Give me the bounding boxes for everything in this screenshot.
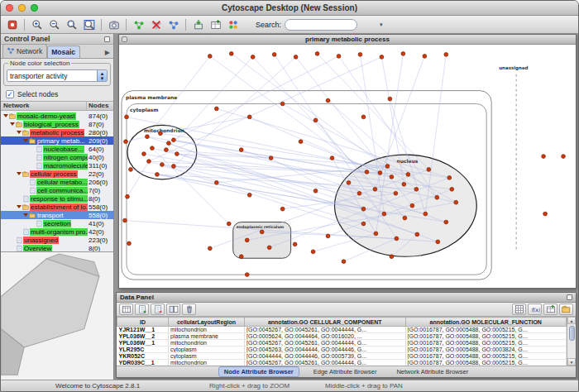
- table-vertical-scrollbar[interactable]: ▲ ▼: [567, 317, 576, 366]
- cell-value[interactable]: [GO:0045263, GO:0044444, GO:0044446, G..…: [245, 347, 406, 353]
- network-node[interactable]: [147, 160, 151, 164]
- tree-row[interactable]: primary metab...209(0): [1, 136, 113, 145]
- network-node[interactable]: [562, 155, 566, 159]
- network-node[interactable]: [374, 232, 378, 236]
- cell-value[interactable]: [GO:0045267, GO:0045261, GO:0044444, G..…: [245, 327, 406, 333]
- trash-icon[interactable]: [182, 304, 196, 315]
- network-node[interactable]: [214, 107, 218, 111]
- network-node[interactable]: [280, 207, 285, 211]
- network-edge[interactable]: [157, 174, 250, 195]
- cell-id[interactable]: YPL036W__2: [117, 333, 169, 340]
- tree-row[interactable]: cellular metabo...206(0): [1, 178, 113, 186]
- cell-id[interactable]: YPL036W__1: [117, 340, 169, 347]
- network-edge[interactable]: [217, 108, 449, 177]
- network-node[interactable]: [427, 168, 431, 172]
- network-node[interactable]: [444, 220, 448, 224]
- network-edge[interactable]: [250, 117, 380, 173]
- cell-id[interactable]: YDR039C__1: [117, 360, 169, 366]
- network-node[interactable]: [171, 138, 175, 142]
- network-node[interactable]: [165, 148, 169, 152]
- network-edge[interactable]: [127, 117, 408, 174]
- network-overview-thumbnail[interactable]: [1, 251, 113, 380]
- cell-value[interactable]: [GO:0005624, GO:0044464, GO:0016020, ...: [245, 333, 406, 340]
- network-node[interactable]: [388, 97, 392, 101]
- network-node[interactable]: [390, 255, 394, 259]
- network-edge[interactable]: [126, 136, 147, 141]
- network-node[interactable]: [311, 250, 315, 254]
- network-node[interactable]: [229, 52, 233, 56]
- search-combobox[interactable]: ▾: [285, 19, 357, 31]
- cell-value[interactable]: [GO:0016787, GO:0005488, GO:0005215, G..…: [405, 333, 567, 340]
- network-node[interactable]: [293, 242, 297, 246]
- expand-triangle-icon[interactable]: [3, 114, 8, 117]
- cell-value[interactable]: [GO:0044444, GO:0044446, GO:0005739, G..…: [245, 353, 406, 360]
- tab-node-attribute-browser[interactable]: Node Attribute Browser: [218, 366, 299, 377]
- tree-row[interactable]: cell communica...7(0): [1, 186, 113, 194]
- network-node[interactable]: [444, 53, 448, 57]
- float-panel-icon[interactable]: [104, 36, 110, 42]
- cell-value[interactable]: cytoplasm: [169, 347, 245, 353]
- network-node[interactable]: [208, 55, 212, 59]
- network-edge[interactable]: [131, 170, 363, 209]
- network-node[interactable]: [357, 191, 361, 195]
- expand-triangle-icon[interactable]: [10, 122, 15, 126]
- network-node[interactable]: [247, 193, 251, 197]
- network-node[interactable]: [280, 102, 285, 106]
- scroll-down-icon[interactable]: ▼: [567, 358, 576, 366]
- network-node[interactable]: [543, 212, 548, 216]
- table-row[interactable]: YKR052Ccytoplasm[GO:0044444, GO:0044446,…: [117, 353, 567, 360]
- network-node[interactable]: [208, 246, 212, 251]
- tree-row[interactable]: establishment of lo...558(0): [1, 203, 113, 211]
- network-node[interactable]: [313, 118, 318, 122]
- table-row[interactable]: YDR039C__1mitochondrion[GO:0045267, GO:0…: [117, 360, 567, 366]
- network-node[interactable]: [175, 152, 179, 156]
- network-node[interactable]: [171, 165, 175, 169]
- table-row[interactable]: YPL036W__1mitochondrion[GO:0045267, GO:0…: [117, 340, 567, 347]
- network-node[interactable]: [251, 55, 255, 60]
- network-window-titlebar[interactable]: primary metabolic process: [119, 35, 576, 45]
- network-edge[interactable]: [149, 57, 381, 161]
- network-node[interactable]: [380, 55, 384, 60]
- network-node[interactable]: [361, 222, 366, 226]
- folder-icon[interactable]: [559, 304, 573, 315]
- network-node[interactable]: [361, 207, 366, 211]
- network-node[interactable]: [447, 176, 452, 180]
- network-node[interactable]: [151, 146, 155, 151]
- tree-row[interactable]: unassigned223(0): [1, 236, 113, 244]
- network-node[interactable]: [337, 55, 341, 59]
- cell-value[interactable]: [GO:0045267, GO:0045261, GO:0044444, G..…: [245, 360, 406, 366]
- network-node[interactable]: [382, 212, 386, 216]
- tree-row[interactable]: multi-organism pro...42(0): [1, 227, 113, 236]
- network-node[interactable]: [454, 200, 458, 204]
- import-attributes-icon[interactable]: [543, 304, 557, 315]
- network-edge[interactable]: [174, 166, 364, 209]
- network-node[interactable]: [272, 53, 276, 57]
- select-nodes-checkbox[interactable]: ✓: [6, 90, 14, 98]
- tree-row[interactable]: cellular process22(0): [1, 170, 113, 178]
- tree-row[interactable]: metabolic process280(0): [1, 128, 113, 136]
- network-edge[interactable]: [318, 54, 429, 170]
- network-node[interactable]: [373, 187, 377, 191]
- network-node[interactable]: [414, 187, 419, 191]
- tab-network-attribute-browser[interactable]: Network Attribute Browser: [390, 366, 474, 377]
- scrollbar-thumb[interactable]: [569, 326, 575, 341]
- network-node[interactable]: [347, 180, 351, 184]
- network-node[interactable]: [415, 232, 419, 237]
- tree-row[interactable]: macromolecule...311(0): [1, 161, 113, 170]
- network-node[interactable]: [402, 182, 406, 186]
- tree-row[interactable]: nitrogen compo...40(0): [1, 153, 113, 161]
- expand-triangle-icon[interactable]: [23, 139, 28, 142]
- network-window[interactable]: primary metabolic process plasma membran…: [118, 34, 577, 289]
- network-node[interactable]: [129, 168, 133, 172]
- network-edge[interactable]: [160, 117, 250, 133]
- tree-column-network[interactable]: Network: [1, 102, 87, 110]
- expand-triangle-icon[interactable]: [17, 131, 22, 134]
- network-edge[interactable]: [174, 56, 339, 140]
- network-node[interactable]: [247, 115, 251, 119]
- network-node[interactable]: [406, 173, 410, 177]
- cell-value[interactable]: [GO:0016787, GO:0005488, GO:0005215, G..…: [405, 340, 567, 347]
- cell-value[interactable]: [GO:0016787, GO:0005488, GO:0005215, G..…: [405, 353, 567, 360]
- zoom-window-button[interactable]: [31, 4, 38, 12]
- cell-value[interactable]: [GO:0016787, GO:0005488, GO:0003824, G..…: [405, 347, 567, 353]
- float-data-panel-icon[interactable]: [567, 294, 572, 300]
